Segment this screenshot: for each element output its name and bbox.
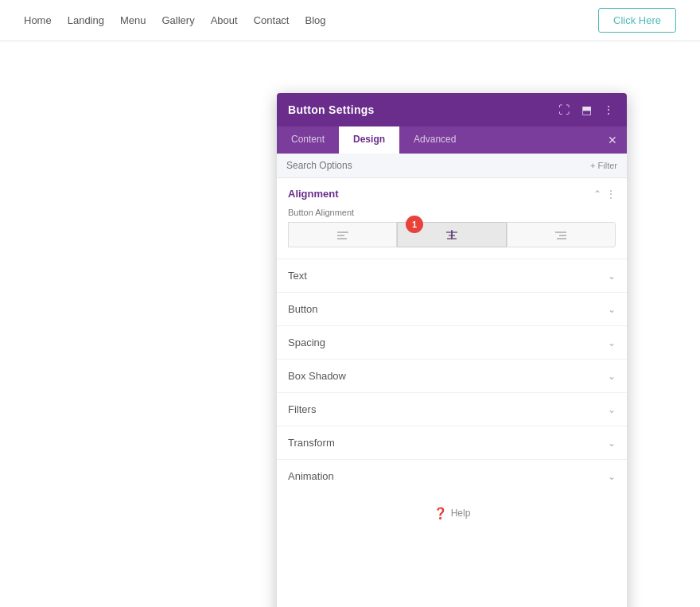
alignment-title: Alignment: [288, 188, 339, 200]
modal-title: Button Settings: [288, 103, 375, 116]
search-input[interactable]: [286, 160, 590, 171]
filters-chevron-icon: ⌄: [608, 404, 616, 415]
button-chevron-icon: ⌄: [608, 304, 616, 315]
nav-gallery[interactable]: Gallery: [162, 14, 195, 26]
tab-content[interactable]: Content: [277, 126, 339, 154]
text-label: Text: [288, 270, 307, 282]
filter-button[interactable]: + Filter: [590, 161, 617, 170]
svg-rect-6: [451, 230, 453, 239]
filters-section[interactable]: Filters ⌄: [277, 392, 627, 426]
button-label: Button: [288, 303, 318, 315]
nav-home[interactable]: Home: [24, 14, 52, 26]
text-chevron-icon: ⌄: [608, 270, 616, 282]
nav-menu[interactable]: Menu: [120, 14, 146, 26]
nav-blog[interactable]: Blog: [305, 14, 325, 26]
spacing-section[interactable]: Spacing ⌄: [277, 325, 627, 359]
button-section[interactable]: Button ⌄: [277, 292, 627, 325]
nav-cta-button[interactable]: Click Here: [598, 8, 676, 33]
alignment-options: 1: [288, 222, 616, 247]
nav-contact[interactable]: Contact: [254, 14, 290, 26]
section-more-icon[interactable]: ⋮: [606, 189, 616, 200]
spacing-chevron-icon: ⌄: [608, 337, 616, 348]
align-right-option[interactable]: [507, 222, 616, 247]
transform-section[interactable]: Transform ⌄: [277, 426, 627, 459]
page-body: Button Settings ⛶ ⬒ ⋮ Content Design Adv…: [0, 41, 700, 607]
modal-header-actions: ⛶ ⬒ ⋮: [557, 103, 616, 117]
alignment-row: Button Alignment 1: [277, 204, 627, 259]
more-options-icon[interactable]: ⋮: [601, 103, 616, 117]
tab-design[interactable]: Design: [339, 126, 399, 154]
modal-panel: Button Settings ⛶ ⬒ ⋮ Content Design Adv…: [277, 93, 627, 607]
collapse-icon[interactable]: ⌃: [593, 189, 601, 200]
transform-label: Transform: [288, 437, 335, 449]
alignment-section-header: Alignment ⌃ ⋮: [277, 178, 627, 204]
animation-section[interactable]: Animation ⌄: [277, 459, 627, 492]
box-shadow-chevron-icon: ⌄: [608, 371, 616, 382]
box-shadow-label: Box Shadow: [288, 370, 346, 382]
spacing-label: Spacing: [288, 337, 325, 348]
animation-label: Animation: [288, 470, 334, 482]
section-actions: ⌃ ⋮: [593, 189, 616, 200]
alignment-field-label: Button Alignment: [288, 208, 616, 217]
search-bar: + Filter: [277, 154, 627, 178]
modal-close-button[interactable]: ✕: [598, 126, 627, 154]
text-section[interactable]: Text ⌄: [277, 259, 627, 292]
modal-tabs: Content Design Advanced ✕: [277, 126, 627, 154]
nav-about[interactable]: About: [211, 14, 238, 26]
tooltip-badge: 1: [406, 216, 423, 233]
tab-advanced[interactable]: Advanced: [399, 126, 470, 154]
help-icon: ❓: [434, 507, 447, 519]
nav-landing[interactable]: Landing: [68, 14, 104, 26]
filters-label: Filters: [288, 403, 316, 415]
transform-chevron-icon: ⌄: [608, 438, 616, 449]
animation-chevron-icon: ⌄: [608, 471, 616, 482]
help-row: ❓ Help: [277, 492, 627, 534]
help-text: Help: [451, 508, 471, 519]
align-left-option[interactable]: [288, 222, 397, 247]
modal-content: Alignment ⌃ ⋮ Button Alignment 1: [277, 178, 627, 607]
box-shadow-section[interactable]: Box Shadow ⌄: [277, 359, 627, 392]
modal-header: Button Settings ⛶ ⬒ ⋮: [277, 93, 627, 126]
columns-icon[interactable]: ⬒: [579, 103, 593, 117]
expand-icon[interactable]: ⛶: [557, 103, 571, 117]
nav-links: Home Landing Menu Gallery About Contact …: [24, 14, 326, 26]
top-nav: Home Landing Menu Gallery About Contact …: [0, 0, 700, 41]
